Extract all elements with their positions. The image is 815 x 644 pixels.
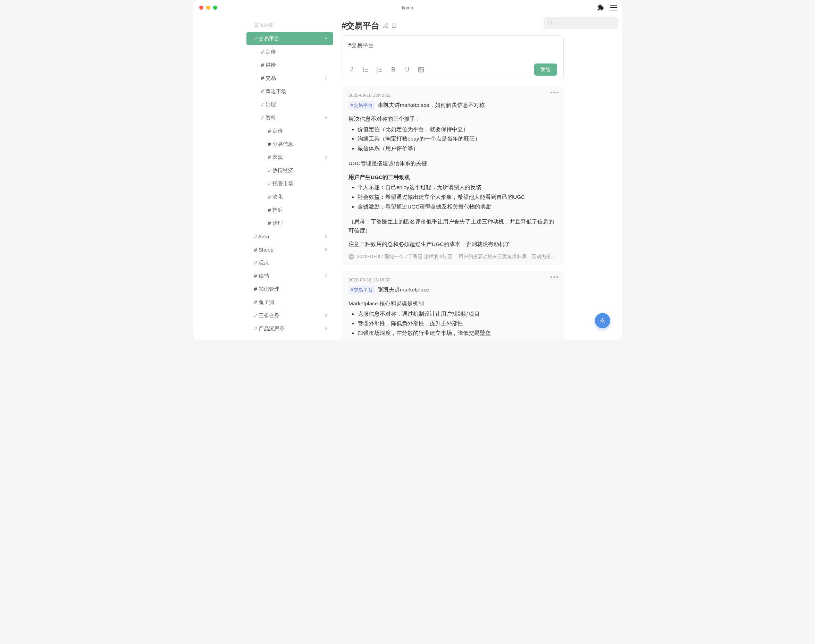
- underline-button[interactable]: U: [404, 66, 411, 73]
- chevron-right-icon[interactable]: [324, 234, 328, 239]
- sidebar-tag-label: # 治理: [261, 101, 276, 108]
- random-memo-fab[interactable]: [595, 313, 610, 328]
- image-button[interactable]: [417, 66, 425, 73]
- sidebar-tag-item[interactable]: # 指标: [246, 203, 333, 216]
- sidebar-pinned-heading: 置顶标签: [254, 22, 333, 28]
- svg-point-0: [549, 21, 552, 24]
- sidebar-tag-label: # 治理: [268, 220, 283, 227]
- memo-card: 2020-09-10 13:40:23•••#交易平台 张凯夫讲marketpl…: [342, 86, 564, 265]
- minimize-window-button[interactable]: [206, 6, 210, 10]
- menu-icon[interactable]: [610, 5, 617, 11]
- sidebar-tag-label: # 交易平台: [254, 35, 279, 42]
- svg-line-1: [551, 24, 553, 25]
- sidebar-tag-item[interactable]: # 热情经济: [246, 164, 333, 177]
- memo-more-icon[interactable]: •••: [550, 276, 559, 279]
- sidebar-tag-label: # 定价: [268, 128, 283, 134]
- sidebar-tag-label: # 定价: [261, 49, 276, 55]
- memo-card: 2020-09-10 13:16:30•••#交易平台 张凯夫讲marketpl…: [342, 271, 564, 340]
- main-content: #交易平台 #交易平台 #: [335, 15, 622, 340]
- send-button[interactable]: 发送: [534, 63, 557, 76]
- sidebar-tag-label: # 演化: [268, 194, 283, 200]
- search-icon: [548, 20, 553, 27]
- memo-more-icon[interactable]: •••: [550, 91, 559, 94]
- extensions-icon[interactable]: [597, 4, 604, 11]
- maximize-window-button[interactable]: [213, 6, 217, 10]
- sidebar-tag-label: # 读书: [254, 273, 269, 279]
- svg-point-6: [363, 67, 364, 68]
- sidebar-tag-item[interactable]: # 观点: [246, 256, 333, 269]
- svg-point-20: [602, 320, 604, 322]
- composer: #交易平台 # 123 B U 发送: [342, 35, 564, 80]
- sidebar-tag-item[interactable]: # 双边市场: [246, 85, 333, 98]
- sidebar-tag-label: # 三省吾身: [254, 312, 279, 319]
- composer-input[interactable]: #交易平台: [348, 42, 557, 56]
- sidebar-tag-item[interactable]: # 供给: [246, 58, 333, 72]
- sidebar-tag-label: # 分类信息: [268, 141, 293, 147]
- sidebar: 置顶标签 # 交易平台# 定价# 供给# 交易# 双边市场# 治理# 资料# 定…: [193, 15, 335, 340]
- sidebar-tag-label: # 兔子洞: [254, 299, 274, 306]
- sidebar-tag-item[interactable]: # 托管市场: [246, 177, 333, 190]
- memo-tag-chip[interactable]: #交易平台: [348, 285, 375, 294]
- sidebar-tag-item[interactable]: # 产品沉思录: [246, 322, 333, 335]
- sidebar-tag-label: # 交易: [261, 75, 276, 81]
- sidebar-tag-item[interactable]: # 分类信息: [246, 137, 333, 150]
- sidebar-tag-label: # 双边市场: [261, 88, 286, 95]
- sidebar-tag-item[interactable]: # 交易平台: [246, 32, 333, 45]
- memo-timestamp: 2020-09-10 13:16:30: [348, 277, 557, 282]
- chevron-right-icon[interactable]: [324, 313, 328, 318]
- bold-button[interactable]: B: [390, 66, 397, 73]
- sidebar-tag-label: # 热情经济: [268, 167, 293, 174]
- sidebar-tag-item[interactable]: # 定价: [246, 124, 333, 137]
- app-window: flomo 置顶标签 # 交易平台# 定价# 供给# 交易# 双边市场# 治理#…: [193, 0, 622, 340]
- sidebar-tag-item[interactable]: # 知识管理: [246, 282, 333, 296]
- sidebar-tag-item[interactable]: # 治理: [246, 216, 333, 230]
- link-arrow-icon: ➔: [348, 254, 354, 259]
- page-title: #交易平台: [342, 20, 379, 31]
- memo-timestamp: 2020-09-10 13:40:23: [348, 93, 557, 98]
- chevron-down-icon[interactable]: [324, 115, 328, 120]
- sidebar-tag-label: # 观点: [254, 259, 269, 266]
- sidebar-tag-item[interactable]: # Sheep: [246, 243, 333, 256]
- sidebar-tag-item[interactable]: # 治理: [246, 98, 333, 111]
- sidebar-tag-item[interactable]: # 兔子洞: [246, 296, 333, 309]
- memo-tag-chip[interactable]: #交易平台: [348, 101, 375, 110]
- sidebar-tag-item[interactable]: # 交易: [246, 72, 333, 85]
- sidebar-tag-label: # flomo: [254, 339, 271, 340]
- sidebar-tag-item[interactable]: # 读书: [246, 269, 333, 282]
- svg-point-8: [363, 71, 364, 72]
- sidebar-tag-label: # Area: [254, 233, 269, 239]
- sidebar-tag-item[interactable]: # flomo: [246, 335, 333, 340]
- chevron-right-icon[interactable]: [324, 339, 328, 340]
- sidebar-tag-item[interactable]: # 定价: [246, 45, 333, 58]
- memo-body: #交易平台 张凯夫讲marketplaceMarketplace 核心和灵魂是机…: [348, 285, 557, 337]
- sidebar-tag-item[interactable]: # Area: [246, 230, 333, 243]
- sidebar-tag-item[interactable]: # 三省吾身: [246, 309, 333, 322]
- window-controls: [199, 6, 217, 10]
- chevron-right-icon[interactable]: [324, 155, 328, 159]
- chevron-right-icon[interactable]: [324, 273, 328, 278]
- hashtag-button[interactable]: #: [348, 66, 355, 73]
- close-window-button[interactable]: [199, 6, 203, 10]
- chevron-right-icon[interactable]: [324, 326, 328, 331]
- memo-backlink[interactable]: ➔2020-10-05: 围绕一个 #丁香园 这样的 #社区 ，用户的主要动机有…: [348, 254, 557, 260]
- sidebar-tag-item[interactable]: # 宏观: [246, 150, 333, 164]
- sidebar-tag-item[interactable]: # 资料: [246, 111, 333, 124]
- memo-body: #交易平台 张凯夫讲marketplace，如何解决信息不对称解决信息不对称的三…: [348, 101, 557, 249]
- list-icon[interactable]: [391, 23, 397, 28]
- chevron-right-icon[interactable]: [324, 76, 328, 81]
- bullet-list-button[interactable]: [362, 66, 369, 73]
- sidebar-tag-label: # 指标: [268, 207, 283, 213]
- sidebar-tag-label: # 产品沉思录: [254, 325, 285, 332]
- chevron-right-icon[interactable]: [324, 247, 328, 252]
- svg-point-19: [420, 68, 421, 69]
- titlebar: flomo: [193, 0, 622, 15]
- sidebar-tag-label: # 供给: [261, 62, 276, 68]
- chevron-down-icon[interactable]: [324, 36, 328, 41]
- sidebar-tag-label: # 资料: [261, 115, 276, 121]
- edit-tag-icon[interactable]: [383, 23, 388, 28]
- search-input[interactable]: [543, 17, 619, 29]
- svg-point-7: [363, 69, 364, 70]
- sidebar-tag-label: # 托管市场: [268, 181, 293, 187]
- numbered-list-button[interactable]: 123: [376, 66, 383, 73]
- sidebar-tag-item[interactable]: # 演化: [246, 190, 333, 203]
